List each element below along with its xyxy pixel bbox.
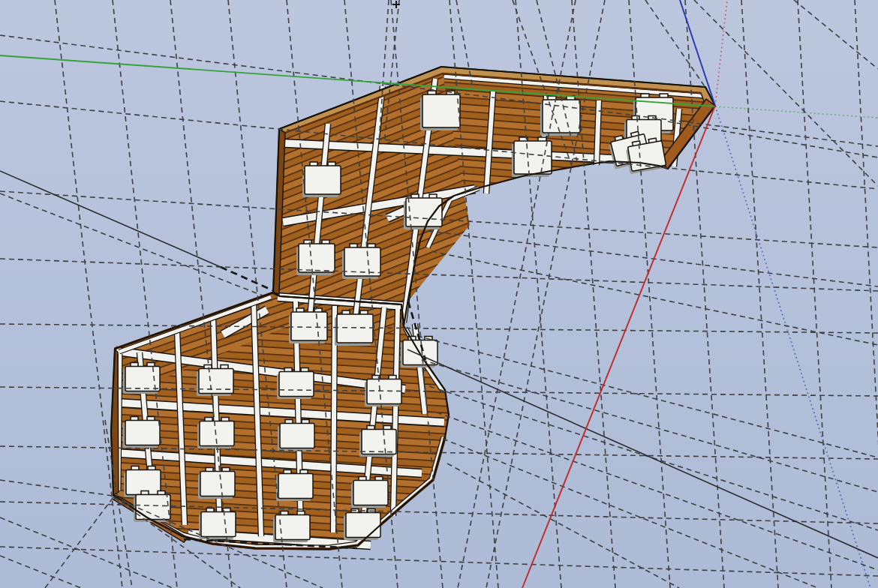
support-pad[interactable] bbox=[540, 96, 580, 136]
support-pad[interactable] bbox=[123, 417, 160, 448]
support-pad[interactable] bbox=[342, 244, 380, 279]
support-pad[interactable] bbox=[276, 470, 313, 502]
support-pad[interactable] bbox=[199, 508, 236, 540]
support-pad[interactable] bbox=[404, 194, 442, 230]
support-pad[interactable] bbox=[512, 137, 552, 177]
support-pad[interactable] bbox=[134, 491, 170, 523]
support-pad[interactable] bbox=[420, 91, 460, 130]
support-pad[interactable] bbox=[277, 368, 314, 400]
3d-viewport[interactable] bbox=[0, 0, 878, 588]
application-window bbox=[0, 0, 878, 588]
support-pad[interactable] bbox=[197, 365, 233, 397]
support-pad[interactable] bbox=[344, 509, 380, 541]
support-pad[interactable] bbox=[302, 162, 341, 197]
support-pad[interactable] bbox=[351, 477, 388, 508]
support-pad[interactable] bbox=[273, 512, 310, 543]
support-pad[interactable] bbox=[289, 308, 327, 344]
support-pad[interactable] bbox=[198, 468, 235, 500]
support-pad[interactable] bbox=[278, 420, 314, 452]
